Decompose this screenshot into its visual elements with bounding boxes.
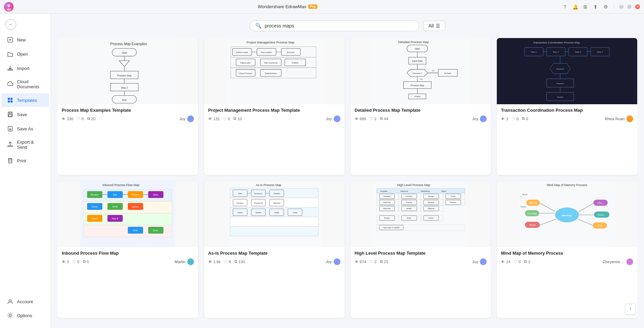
svg-rect-10 bbox=[8, 101, 10, 103]
svg-text:Develop: Develop bbox=[383, 195, 390, 197]
svg-text:Alt Path: Alt Path bbox=[444, 72, 451, 74]
back-button[interactable]: ← bbox=[0, 16, 51, 33]
open-icon bbox=[7, 51, 14, 57]
svg-text:Decision: Decision bbox=[557, 68, 564, 70]
eye-icon-3: 👁 bbox=[355, 117, 359, 121]
user-avatar[interactable] bbox=[4, 2, 14, 12]
sidebar-item-export[interactable]: Export & Send bbox=[1, 136, 49, 153]
template-card-1[interactable]: Process Map Examples Start Process Step … bbox=[58, 38, 198, 175]
svg-text:Partner: Partner bbox=[384, 217, 390, 219]
likes-7: ♡ 2 bbox=[370, 259, 376, 264]
svg-text:Transaction Coordination Proce: Transaction Coordination Process Map bbox=[533, 41, 580, 44]
svg-text:Decision?: Decision? bbox=[413, 72, 422, 74]
copy-icon-6: ⧉ bbox=[234, 259, 237, 264]
print-icon bbox=[7, 157, 14, 164]
save-icon bbox=[7, 111, 14, 118]
sidebar-item-save[interactable]: Save bbox=[1, 108, 49, 121]
search-input[interactable] bbox=[265, 23, 413, 29]
author-2: Joy bbox=[326, 115, 340, 122]
all-filter-button[interactable]: All ☰ bbox=[423, 21, 445, 31]
notification-icon[interactable]: 🔔 bbox=[572, 3, 579, 10]
svg-text:Stakeholders: Stakeholders bbox=[265, 72, 277, 74]
menu-icon: ☰ bbox=[436, 23, 440, 29]
sidebar-item-account[interactable]: Account bbox=[1, 295, 49, 308]
svg-text:Recall: Recall bbox=[522, 194, 527, 196]
card-info-5: Inbound Process Flow Map 👁 3 ♡ 0 ⧉ 0 bbox=[58, 247, 198, 318]
sidebar-item-print[interactable]: Print bbox=[1, 154, 49, 167]
svg-text:Close: Close bbox=[293, 212, 297, 214]
template-card-6[interactable]: As-Is Process Map Start Process A bbox=[204, 181, 345, 318]
svg-text:Step B: Step B bbox=[112, 217, 118, 220]
template-card-2[interactable]: Project Management Process Map Define sc… bbox=[204, 38, 345, 175]
svg-text:Type maps to supplier: Type maps to supplier bbox=[383, 226, 399, 229]
template-card-3[interactable]: Detailed Process Map Start Input Data De… bbox=[351, 38, 491, 175]
divider bbox=[614, 4, 614, 10]
sidebar-spacer bbox=[0, 168, 51, 294]
sidebar-item-new[interactable]: New bbox=[1, 33, 49, 47]
sidebar-item-templates[interactable]: Templates bbox=[1, 93, 49, 107]
export-icon bbox=[7, 141, 14, 148]
svg-text:Step 2: Step 2 bbox=[553, 51, 559, 53]
author-avatar-4 bbox=[626, 115, 633, 122]
eye-icon-8: 👁 bbox=[501, 260, 505, 264]
account-icon bbox=[7, 298, 14, 305]
svg-text:Retain: Retain bbox=[521, 206, 526, 208]
options-icon bbox=[7, 312, 14, 319]
sidebar-item-options[interactable]: Options bbox=[1, 309, 49, 322]
svg-text:Track: Track bbox=[451, 195, 455, 197]
apps-icon[interactable]: ⊞ bbox=[582, 3, 589, 10]
saveas-icon bbox=[7, 125, 14, 132]
svg-rect-139 bbox=[230, 217, 318, 226]
svg-text:Adjust plan: Adjust plan bbox=[240, 61, 251, 64]
svg-text:Start: Start bbox=[238, 193, 242, 195]
copies-7: ⧉ 25 bbox=[380, 259, 388, 264]
template-card-8[interactable]: Mind Map of Memory Process Memory Attent… bbox=[497, 181, 637, 318]
svg-text:Input Data: Input Data bbox=[412, 60, 423, 62]
card-title-4: Transaction Coordination Process Map bbox=[501, 108, 633, 113]
svg-text:Design: Design bbox=[428, 195, 434, 197]
maximize-button[interactable]: □ bbox=[627, 4, 632, 9]
svg-text:Receive: Receive bbox=[237, 202, 243, 204]
svg-rect-37 bbox=[226, 38, 323, 104]
sidebar-item-open[interactable]: Open bbox=[1, 47, 49, 61]
svg-text:Process: Process bbox=[131, 194, 139, 196]
templates-grid: Process Map Examples Start Process Step … bbox=[58, 38, 637, 321]
likes-3: ♡ 2 bbox=[370, 116, 376, 121]
scroll-to-top-button[interactable]: ↑ bbox=[625, 304, 636, 314]
svg-text:Memory: Memory bbox=[562, 214, 572, 217]
card-meta-4: 👁 3 ♡ 0 ⧉ 0 Rhea Roan bbox=[501, 115, 633, 122]
svg-text:Output: Output bbox=[557, 96, 563, 98]
template-card-4[interactable]: Transaction Coordination Process Map Ste… bbox=[497, 38, 637, 175]
copies-5: ⧉ 0 bbox=[83, 259, 89, 264]
card-title-7: High Level Process Map Template bbox=[355, 251, 487, 256]
svg-text:Supplier: Supplier bbox=[380, 190, 387, 192]
close-button[interactable]: ✕ bbox=[635, 4, 640, 9]
svg-text:Order: Order bbox=[407, 217, 411, 219]
svg-text:Project Management Process Map: Project Management Process Map bbox=[247, 41, 294, 44]
card-title-3: Detailed Process Map Template bbox=[355, 108, 487, 113]
svg-text:Intro...: Intro... bbox=[598, 202, 604, 204]
eye-icon-4: 👁 bbox=[501, 117, 505, 121]
heart-icon-7: ♡ bbox=[370, 259, 373, 264]
svg-text:Add resources: Add resources bbox=[264, 61, 278, 64]
svg-text:Step 4: Step 4 bbox=[597, 51, 603, 53]
heart-icon-8: ♡ bbox=[514, 259, 518, 264]
settings-icon[interactable]: ⚙ bbox=[602, 3, 609, 10]
svg-text:Step 3: Step 3 bbox=[575, 51, 581, 53]
author-avatar-5 bbox=[187, 258, 194, 265]
svg-text:Verify: Verify bbox=[112, 205, 118, 208]
cloud-icon bbox=[7, 81, 14, 88]
minimize-button[interactable]: — bbox=[619, 4, 624, 9]
sidebar-item-import[interactable]: Import bbox=[1, 61, 49, 75]
help-icon[interactable]: ? bbox=[562, 3, 568, 10]
template-card-7[interactable]: High Level Process Map Supplier Inbound … bbox=[351, 181, 491, 318]
author-avatar-3 bbox=[480, 115, 487, 122]
template-card-5[interactable]: Inbound Process Flow Map Receive Sort bbox=[58, 181, 198, 318]
sidebar-item-saveas[interactable]: Save As bbox=[1, 122, 49, 135]
copy-icon-2: ⧉ bbox=[233, 116, 236, 121]
sidebar-item-cloud[interactable]: Cloud Documents bbox=[1, 76, 49, 93]
share-icon[interactable]: ⬆ bbox=[592, 3, 599, 10]
main-content: 🔍 All ☰ Process Map Examples Start bbox=[51, 14, 644, 328]
svg-text:Step 2: Step 2 bbox=[121, 87, 128, 89]
svg-text:End: End bbox=[122, 99, 126, 102]
